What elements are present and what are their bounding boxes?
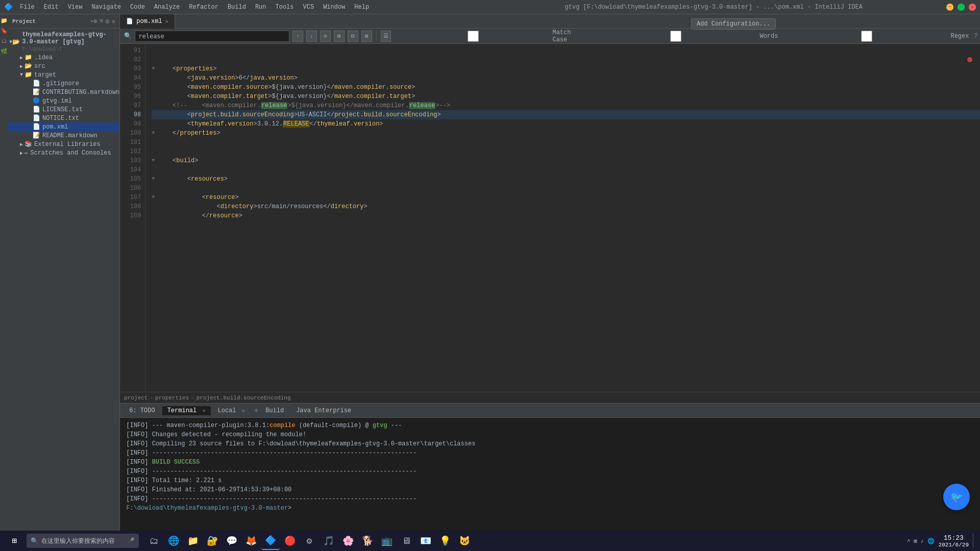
- taskbar-app-9[interactable]: ⚙: [300, 532, 318, 550]
- breadcrumb-properties[interactable]: properties: [155, 395, 189, 401]
- search-filter3-button[interactable]: ☰: [381, 31, 391, 42]
- tree-item-scratches[interactable]: ▶ ✏ Scratches and Consoles: [8, 148, 119, 157]
- tab-pom-xml-close[interactable]: ✕: [165, 18, 168, 24]
- taskbar-search-box[interactable]: 🔍 在这里输入你要搜索的内容 🎤: [27, 534, 139, 548]
- breadcrumb-project[interactable]: project: [124, 395, 148, 401]
- menu-tools[interactable]: Tools: [272, 3, 298, 12]
- local-tab-close[interactable]: ✕: [242, 408, 245, 414]
- match-case-option[interactable]: Match Case: [394, 28, 589, 44]
- terminal-line-3: [INFO] Compiling 23 source files to F:\d…: [126, 439, 980, 448]
- search-filter2-button[interactable]: ⊟: [348, 31, 358, 42]
- build-tab[interactable]: Build: [260, 406, 289, 415]
- menu-analyze[interactable]: Analyze: [150, 3, 184, 12]
- words-checkbox[interactable]: [594, 31, 757, 42]
- taskbar-app-15[interactable]: 📧: [416, 532, 435, 550]
- local-tab[interactable]: Local ✕: [213, 406, 250, 415]
- taskbar-app-11[interactable]: 🌸: [339, 532, 357, 550]
- system-clock[interactable]: 15:23 2021/6/29: [939, 534, 969, 548]
- taskbar-app-17[interactable]: 🐱: [455, 532, 474, 550]
- collapse-icon[interactable]: ≡: [100, 17, 104, 26]
- blue-widget[interactable]: 🐦: [943, 484, 970, 510]
- menu-build[interactable]: Build: [224, 3, 250, 12]
- search-find-usages-button[interactable]: ⊙: [320, 31, 331, 42]
- maximize-button[interactable]: □: [958, 4, 965, 11]
- line107-text: <resource>: [158, 193, 238, 202]
- terminal-content[interactable]: [INFO] --- maven-compiler-plugin:3.8.1:c…: [120, 418, 980, 536]
- fold-100[interactable]: ▼: [152, 129, 158, 138]
- match-case-checkbox[interactable]: [396, 31, 550, 42]
- tree-item-notice[interactable]: 📄 NOTICE.txt: [8, 114, 119, 122]
- tree-root[interactable]: ▼ 📂 thymeleafexamples-gtvg-3.0-master [g…: [8, 31, 119, 53]
- close-button[interactable]: ✕: [969, 4, 976, 11]
- terminal-tab-close[interactable]: ✕: [202, 408, 205, 414]
- code-content[interactable]: ▼ <properties> <java.version>6</java.ver…: [145, 44, 980, 392]
- tree-item-iml[interactable]: 🔵 gtvg.iml: [8, 96, 119, 105]
- new-terminal-button[interactable]: +: [254, 407, 258, 415]
- terminal-line-6: [INFO] ---------------------------------…: [126, 467, 980, 476]
- taskbar-app-5[interactable]: 💬: [223, 532, 241, 550]
- taskbar-app-16[interactable]: 💡: [436, 532, 454, 550]
- search-filter-button[interactable]: ⊞: [334, 31, 345, 42]
- menu-file[interactable]: File: [16, 3, 39, 12]
- taskbar-app-4[interactable]: 🔐: [203, 532, 222, 550]
- fold-105[interactable]: ▼: [152, 174, 158, 184]
- menu-code[interactable]: Code: [126, 3, 149, 12]
- minimize-button[interactable]: ─: [946, 4, 953, 11]
- tree-item-readme[interactable]: 📝 README.markdown: [8, 131, 119, 140]
- tree-item-contributing[interactable]: 📝 CONTRIBUTING.markdown: [8, 88, 119, 96]
- tree-item-pom[interactable]: 📄 pom.xml: [8, 122, 119, 131]
- menu-run[interactable]: Run: [251, 3, 271, 12]
- taskbar-app-intellij[interactable]: 🔷: [261, 532, 280, 550]
- regex-option[interactable]: Regex: [783, 30, 971, 43]
- menu-help[interactable]: Help: [350, 3, 373, 12]
- iml-name: gtvg.iml: [42, 97, 72, 105]
- tree-item-external-libs[interactable]: ▶ 📚 External Libraries: [8, 140, 119, 148]
- locate-icon[interactable]: ⊕: [93, 17, 97, 26]
- menu-refactor[interactable]: Refactor: [185, 3, 223, 12]
- regex-checkbox[interactable]: [785, 31, 948, 42]
- menu-window[interactable]: Window: [319, 3, 349, 12]
- fold-107[interactable]: ▼: [152, 193, 158, 202]
- regex-help-icon[interactable]: ?: [974, 33, 977, 40]
- todo-tab[interactable]: 6: TODO: [124, 406, 160, 415]
- tree-item-license[interactable]: 📄 LICENSE.txt: [8, 105, 119, 114]
- tree-item-target[interactable]: ▼ 📁 target: [8, 70, 119, 79]
- taskbar-app-1[interactable]: 🗂: [145, 532, 163, 550]
- start-button[interactable]: ⊞: [4, 531, 24, 551]
- taskbar-mic-icon[interactable]: 🎤: [127, 537, 135, 545]
- menu-navigate[interactable]: Navigate: [87, 3, 125, 12]
- menu-vcs[interactable]: VCS: [299, 3, 318, 12]
- taskbar-app-12[interactable]: 🐕: [358, 532, 377, 550]
- search-next-button[interactable]: ↓: [306, 31, 317, 42]
- settings-gear-icon[interactable]: ⚙: [106, 17, 110, 26]
- taskbar-app-6[interactable]: 🦊: [242, 532, 260, 550]
- menu-view[interactable]: View: [64, 3, 87, 12]
- fold-103[interactable]: ▼: [152, 156, 158, 165]
- breadcrumb-encoding[interactable]: project.build.sourceEncoding: [197, 395, 291, 401]
- search-prev-button[interactable]: ↑: [292, 31, 303, 42]
- panel-close-icon[interactable]: ✕: [111, 17, 115, 26]
- taskbar-show-desktop[interactable]: [973, 534, 976, 548]
- git-icon[interactable]: 🌿: [0, 47, 8, 55]
- project-icon[interactable]: 📁: [0, 16, 8, 24]
- add-configuration-button[interactable]: Add Configuration...: [691, 18, 776, 30]
- taskbar-app-10[interactable]: 🎵: [320, 532, 338, 550]
- terminal-tab[interactable]: Terminal ✕: [162, 406, 211, 415]
- words-option[interactable]: Words: [592, 30, 780, 43]
- taskbar-app-2[interactable]: 🌐: [164, 532, 183, 550]
- search-settings-button[interactable]: ⊠: [361, 31, 372, 42]
- menu-edit[interactable]: Edit: [40, 3, 63, 12]
- bookmark-icon[interactable]: 🔖: [0, 27, 8, 35]
- taskbar-app-8[interactable]: 🔴: [281, 532, 299, 550]
- tab-pom-xml[interactable]: 📄 pom.xml ✕: [120, 14, 175, 29]
- taskbar-app-14[interactable]: 🖥: [397, 532, 415, 550]
- taskbar-app-3[interactable]: 📁: [184, 532, 202, 550]
- tree-item-gitignore[interactable]: 📄 .gitignore: [8, 79, 119, 88]
- tree-item-idea[interactable]: ▶ 📁 .idea: [8, 53, 119, 62]
- search-input[interactable]: [135, 31, 289, 42]
- fold-93[interactable]: ▼: [152, 64, 158, 73]
- java-enterprise-tab[interactable]: Java Enterprise: [291, 406, 356, 415]
- taskbar-app-13[interactable]: 📺: [378, 532, 396, 550]
- tree-item-src[interactable]: ▶ 📂 src: [8, 62, 119, 70]
- structure-icon[interactable]: 🗂: [0, 37, 8, 45]
